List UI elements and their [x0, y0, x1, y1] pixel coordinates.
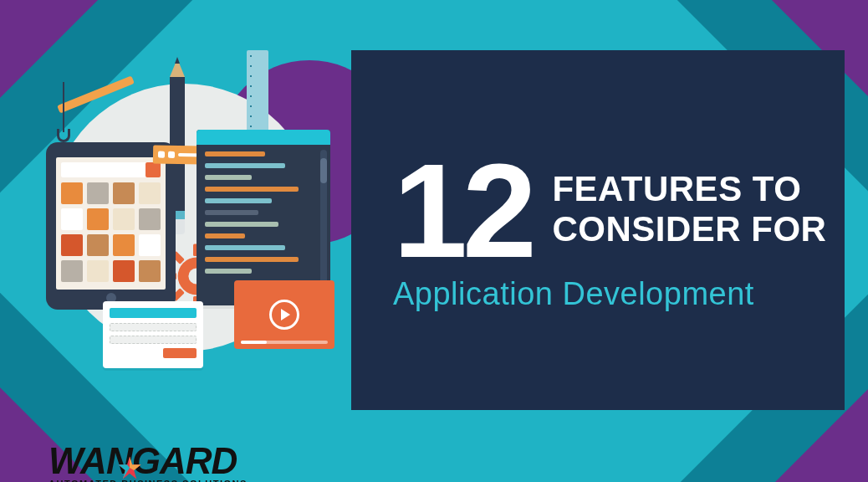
- brand-tagline: AUTOMATED BUSINESS SOLUTIONS: [49, 479, 248, 482]
- search-bar-icon: [61, 162, 161, 177]
- headline-line-2: CONSIDER FOR: [552, 209, 826, 249]
- brand-logo: WANGARD AUTOMATED BUSINESS SOLUTIONS: [49, 440, 248, 482]
- tablet-icon: [46, 142, 176, 310]
- code-window-icon: [197, 130, 330, 305]
- headline-lines: FEATURES TO CONSIDER FOR: [552, 151, 826, 250]
- svg-marker-11: [130, 457, 141, 471]
- login-card-icon: [103, 301, 203, 368]
- video-player-icon: [234, 280, 334, 349]
- headline-block: 12 FEATURES TO CONSIDER FOR Application …: [393, 151, 845, 312]
- play-button-icon: [269, 300, 299, 330]
- crane-hook-icon: [57, 129, 70, 142]
- headline-line-1: FEATURES TO: [552, 169, 826, 209]
- headline-subtitle: Application Development: [393, 276, 845, 312]
- crane-cable-icon: [63, 82, 64, 132]
- headline-number: 12: [393, 151, 532, 271]
- crane-arm-icon: [57, 75, 135, 113]
- illustration-cluster: [46, 50, 364, 402]
- brand-star-icon: [117, 455, 142, 480]
- brand-name: WANGARD: [49, 440, 248, 482]
